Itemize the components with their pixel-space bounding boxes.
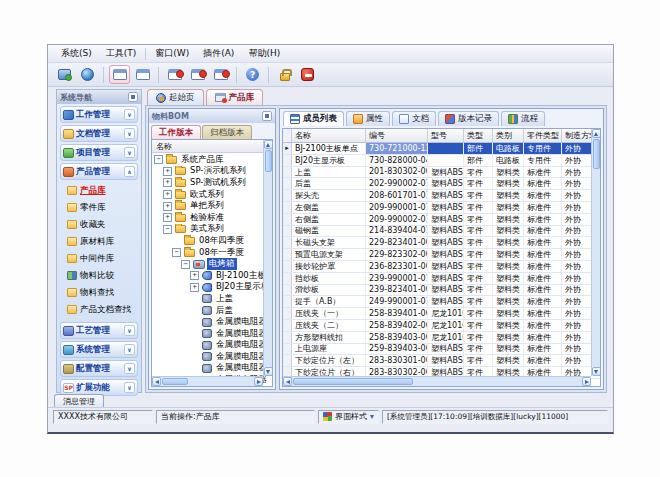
- table-row[interactable]: 磁钢盖214-839404-01X塑料ABS零件塑料类标准件外协条: [283, 226, 600, 238]
- sidebar-group-header[interactable]: 项目管理∨: [60, 144, 138, 161]
- sidebar-item[interactable]: 产品库: [67, 183, 138, 198]
- web-button[interactable]: [77, 65, 98, 84]
- scrollbar-thumb[interactable]: [593, 139, 600, 169]
- column-header[interactable]: 型号: [428, 129, 464, 142]
- sidebar-group-header[interactable]: 配置管理∨: [60, 360, 138, 377]
- table-row[interactable]: 挡纱板239-990001-01X塑料ABS零件塑料类标准件外协条: [283, 273, 600, 285]
- scroll-right-icon[interactable]: [254, 377, 263, 386]
- tab-message-manager[interactable]: 消息管理: [54, 394, 104, 407]
- table-row[interactable]: 方形塑料线扣258-839403-00X尼龙1010零件塑料类标准件外协条: [283, 332, 600, 344]
- table-row[interactable]: ▸BJ-2100主板单点730-721000-12X部件电路板专用件外协颗: [283, 143, 600, 155]
- detail-tab[interactable]: 属性: [346, 111, 390, 126]
- tree-horizontal-scrollbar[interactable]: [152, 376, 263, 386]
- tree-node[interactable]: 金属膜电阻器: [152, 351, 272, 363]
- tree-node[interactable]: −系统产品库: [152, 154, 272, 166]
- chevron-down-icon[interactable]: ∨: [124, 344, 135, 355]
- table-row[interactable]: BJ20主显示板730-828000-04X部件电路板专用件外协颗: [283, 155, 600, 167]
- tree-node[interactable]: 金属膜电阻器: [152, 340, 272, 352]
- help-button[interactable]: ?: [242, 65, 263, 84]
- table-row[interactable]: 上电源座259-839403-00X塑料ABS零件塑料类标准件外协条: [283, 344, 600, 356]
- chevron-down-icon[interactable]: ∨: [124, 325, 135, 336]
- table-row[interactable]: 预置电源支架229-823302-00X塑料ABS零件塑料类标准件外协条: [283, 249, 600, 261]
- table-row[interactable]: 右侧盖209-990002-01X塑料ABS零件塑料类标准件外协条: [283, 214, 600, 226]
- tree-node[interactable]: 金属膜电阻器: [152, 316, 272, 328]
- sidebar-group-header[interactable]: 产品管理∧: [60, 163, 138, 180]
- table-row[interactable]: 滑纱板239-823401-00X塑料ABS零件塑料类标准件外协条: [283, 285, 600, 297]
- table-row[interactable]: 压线夹（二）258-839402-00X尼龙1010零件塑料类标准件外协条: [283, 320, 600, 332]
- pin-icon[interactable]: [262, 111, 272, 121]
- tree-column-header[interactable]: 名称: [152, 140, 272, 153]
- scroll-up-icon[interactable]: [592, 129, 601, 138]
- sidebar-item[interactable]: 物料比较: [67, 268, 138, 283]
- menu-item[interactable]: 系统(S): [54, 45, 99, 62]
- document-tab[interactable]: 起始页: [147, 89, 204, 105]
- chevron-down-icon[interactable]: ∨: [124, 382, 135, 393]
- sidebar-group-header[interactable]: 文档管理∨: [60, 125, 138, 142]
- grid-horizontal-scrollbar[interactable]: [283, 376, 591, 386]
- tree-node[interactable]: 金属膜电阻器: [152, 363, 272, 375]
- table-row[interactable]: 下纱定位片（左）283-830301-00X塑料ABS零件塑料类标准件外协条: [283, 355, 600, 367]
- column-header[interactable]: 编号: [366, 129, 428, 142]
- column-header[interactable]: 类型: [464, 129, 493, 142]
- menu-item[interactable]: 工具(T): [99, 45, 144, 62]
- table-row[interactable]: 后盖202-990002-01X塑料ABS零件塑料类标准件外协条: [283, 178, 600, 190]
- tree-node[interactable]: +SP-测试机系列: [152, 177, 272, 189]
- scrollbar-thumb[interactable]: [265, 150, 272, 172]
- sidebar-item[interactable]: 零件库: [67, 200, 138, 215]
- expand-icon[interactable]: +: [163, 213, 172, 222]
- version-tab[interactable]: 归档版本: [202, 125, 252, 139]
- sidebar-item[interactable]: 物料查找: [67, 285, 138, 300]
- tree-vertical-scrollbar[interactable]: [263, 140, 272, 376]
- sidebar-group-header[interactable]: 工艺管理∨: [60, 322, 138, 339]
- detail-tab[interactable]: 版本记录: [438, 111, 499, 126]
- collapse-icon[interactable]: −: [172, 248, 181, 257]
- sidebar-item[interactable]: 原材料库: [67, 234, 138, 249]
- tree-node[interactable]: 后盖: [152, 305, 272, 317]
- expand-icon[interactable]: +: [163, 202, 172, 211]
- grid-vertical-scrollbar[interactable]: [591, 129, 600, 376]
- expand-icon[interactable]: +: [190, 283, 199, 292]
- detail-tab[interactable]: 文档: [392, 111, 436, 126]
- chevron-down-icon[interactable]: ∨: [124, 128, 135, 139]
- menu-item[interactable]: 插件(A): [196, 45, 241, 62]
- expand-icon[interactable]: +: [190, 271, 199, 280]
- sidebar-group-header[interactable]: 系统管理∨: [60, 341, 138, 358]
- collapse-icon[interactable]: −: [181, 260, 190, 269]
- exit-button[interactable]: [297, 65, 318, 84]
- tree-node[interactable]: −08年一季度: [152, 247, 272, 259]
- chevron-down-icon[interactable]: ∨: [124, 109, 135, 120]
- tree-node[interactable]: −美式系列: [152, 224, 272, 236]
- table-row[interactable]: 提手（A.B）249-990001-01X塑料ABS零件塑料类标准件外协条: [283, 296, 600, 308]
- document-tab[interactable]: 产品库: [206, 89, 264, 105]
- expand-icon[interactable]: +: [163, 167, 172, 176]
- scroll-up-icon[interactable]: [264, 140, 273, 149]
- expand-icon[interactable]: +: [163, 190, 172, 199]
- scroll-left-icon[interactable]: [152, 377, 161, 386]
- scroll-down-icon[interactable]: [264, 367, 273, 376]
- sidebar-item[interactable]: 中间件库: [67, 251, 138, 266]
- tree-node[interactable]: 08年四季度: [152, 235, 272, 247]
- collapse-icon[interactable]: −: [154, 155, 163, 164]
- chevron-down-icon[interactable]: ∨: [124, 147, 135, 158]
- import-window-button[interactable]: [187, 65, 208, 84]
- tree-node[interactable]: +欧式系列: [152, 189, 272, 201]
- product-library-window-button[interactable]: [109, 65, 130, 84]
- lock-button[interactable]: [274, 65, 295, 84]
- tree-node[interactable]: 金属膜电阻器: [152, 328, 272, 340]
- table-row[interactable]: 压线夹（一）258-839401-00X尼龙1010零件塑料类标准件外协条: [283, 308, 600, 320]
- tree-node[interactable]: +BJ20主显示板: [152, 282, 272, 294]
- table-row[interactable]: 探头壳208-601701-01X塑料ABS零件塑料类标准件外协条: [283, 190, 600, 202]
- tree-node[interactable]: +BJ-2100主板单点: [152, 270, 272, 282]
- sidebar-item[interactable]: 收藏夹: [67, 217, 138, 232]
- tree-node[interactable]: +单把系列: [152, 200, 272, 212]
- tree-node[interactable]: 上盖: [152, 293, 272, 305]
- scrollbar-thumb[interactable]: [293, 378, 413, 385]
- sidebar-item[interactable]: 产品文档查找: [67, 302, 138, 317]
- scroll-down-icon[interactable]: [592, 367, 601, 376]
- table-row[interactable]: 上盖201-830302-00X塑料ABS零件塑料类标准件外协条: [283, 167, 600, 179]
- tree-node[interactable]: −电烤箱: [152, 258, 272, 270]
- chevron-down-icon[interactable]: ∨: [124, 363, 135, 374]
- scrollbar-thumb[interactable]: [162, 378, 188, 385]
- scroll-left-icon[interactable]: [283, 377, 292, 386]
- menu-item[interactable]: 窗口(W): [148, 45, 196, 62]
